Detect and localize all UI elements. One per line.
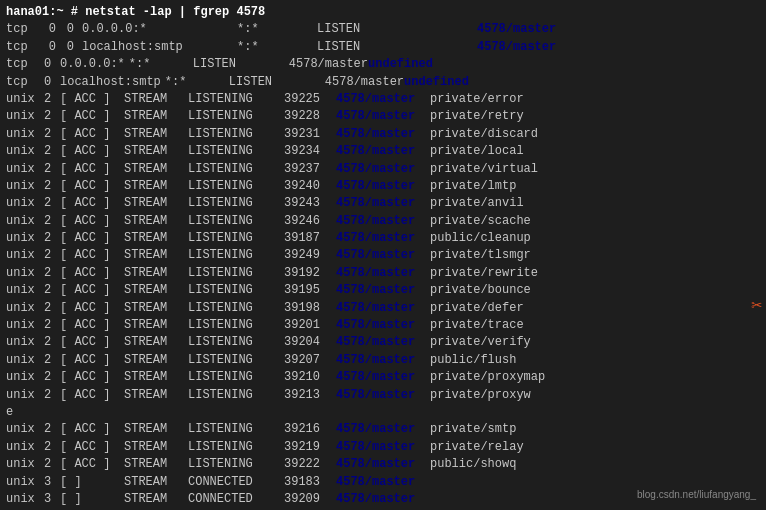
unix-row-17: unix2[ ACC ]STREAMLISTENING392074578/mas… [6,352,760,369]
unix-row-15: unix2[ ACC ]STREAMLISTENING392014578/mas… [6,317,760,334]
unix-row-1: tcp0localhost:smtp*:*LISTEN4578/masterun… [6,74,760,91]
unix-row-12: unix2[ ACC ]STREAMLISTENING391924578/mas… [6,265,760,282]
tcp-line-1: tcp 0 0 0.0.0.0:* *:* LISTEN 4578/master [6,21,760,38]
unix-row-2: unix2[ ACC ]STREAMLISTENING392254578/mas… [6,91,760,108]
unix-row-23: unix2[ ACC ]STREAMLISTENING392224578/mas… [6,456,760,473]
prompt: hana01:~ # netstat -lap | fgrep 4578 [6,4,265,21]
unix-row-10: unix2[ ACC ]STREAMLISTENING391874578/mas… [6,230,760,247]
watermark: blog.csdn.net/liufangyang_ [637,489,756,500]
unix-row-7: unix2[ ACC ]STREAMLISTENING392404578/mas… [6,178,760,195]
unix-row-8: unix2[ ACC ]STREAMLISTENING392434578/mas… [6,195,760,212]
unix-row-22: unix2[ ACC ]STREAMLISTENING392194578/mas… [6,439,760,456]
unix-row-6: unix2[ ACC ]STREAMLISTENING392374578/mas… [6,161,760,178]
unix-row-21: unix2[ ACC ]STREAMLISTENING392164578/mas… [6,421,760,438]
unix-lines-container: tcp00.0.0.0:**:*LISTEN4578/masterundefin… [6,56,760,510]
unix-row-4: unix2[ ACC ]STREAMLISTENING392314578/mas… [6,126,760,143]
unix-row-3: unix2[ ACC ]STREAMLISTENING392284578/mas… [6,108,760,125]
command-line: hana01:~ # netstat -lap | fgrep 4578 [6,4,760,21]
tcp-line-2: tcp 0 0 localhost:smtp *:* LISTEN 4578/m… [6,39,760,56]
unix-row-5: unix2[ ACC ]STREAMLISTENING392344578/mas… [6,143,760,160]
unix-row-19: unix2[ ACC ]STREAMLISTENING392134578/mas… [6,387,760,404]
unix-row-11: unix2[ ACC ]STREAMLISTENING392494578/mas… [6,247,760,264]
unix-row-18: unix2[ ACC ]STREAMLISTENING392104578/mas… [6,369,760,386]
unix-row-20: e [6,404,760,421]
snip-icon: ✂ [751,294,762,316]
unix-row-16: unix2[ ACC ]STREAMLISTENING392044578/mas… [6,334,760,351]
unix-row-9: unix2[ ACC ]STREAMLISTENING392464578/mas… [6,213,760,230]
unix-row-0: tcp00.0.0.0:**:*LISTEN4578/masterundefin… [6,56,760,73]
unix-row-14: unix2[ ACC ]STREAMLISTENING391984578/mas… [6,300,760,317]
terminal: hana01:~ # netstat -lap | fgrep 4578 tcp… [0,0,766,510]
unix-row-13: unix2[ ACC ]STREAMLISTENING391954578/mas… [6,282,760,299]
